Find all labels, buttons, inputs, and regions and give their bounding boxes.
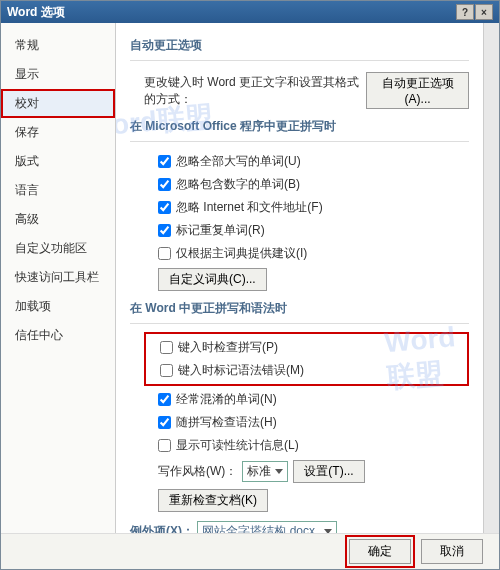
section-except-header: 例外项(X)： 网站金字塔结构.docx bbox=[130, 515, 469, 533]
dialog-body: 常规 显示 校对 保存 版式 语言 高级 自定义功能区 快速访问工具栏 加载项 … bbox=[1, 23, 499, 533]
chk-ignore-uppercase[interactable] bbox=[158, 155, 171, 168]
help-button[interactable]: ? bbox=[456, 4, 474, 20]
sidebar-item-ribbon[interactable]: 自定义功能区 bbox=[1, 234, 115, 263]
sidebar: 常规 显示 校对 保存 版式 语言 高级 自定义功能区 快速访问工具栏 加载项 … bbox=[1, 23, 116, 533]
writing-style-label: 写作风格(W)： bbox=[158, 463, 237, 480]
dialog-title: Word 选项 bbox=[7, 4, 65, 21]
titlebar: Word 选项 ? × bbox=[1, 1, 499, 23]
sidebar-item-language[interactable]: 语言 bbox=[1, 176, 115, 205]
chk-check-spelling-typing[interactable] bbox=[160, 341, 173, 354]
section-word-header: 在 Word 中更正拼写和语法时 bbox=[130, 294, 469, 324]
office-options: 忽略全部大写的单词(U) 忽略包含数字的单词(B) 忽略 Internet 和文… bbox=[130, 150, 469, 294]
chk-confused-words[interactable] bbox=[158, 393, 171, 406]
sidebar-item-general[interactable]: 常规 bbox=[1, 31, 115, 60]
sidebar-item-trust[interactable]: 信任中心 bbox=[1, 321, 115, 350]
section-office-header: 在 Microsoft Office 程序中更正拼写时 bbox=[130, 112, 469, 142]
chk-ignore-numbers[interactable] bbox=[158, 178, 171, 191]
chk-grammar-with-spelling[interactable] bbox=[158, 416, 171, 429]
chk-mark-grammar-typing[interactable] bbox=[160, 364, 173, 377]
highlighted-options: 键入时检查拼写(P) 键入时标记语法错误(M) bbox=[144, 332, 469, 386]
sidebar-item-proofing[interactable]: 校对 bbox=[1, 89, 115, 118]
titlebar-buttons: ? × bbox=[456, 4, 493, 20]
except-doc-combo[interactable]: 网站金字塔结构.docx bbox=[197, 521, 337, 533]
sidebar-item-qat[interactable]: 快速访问工具栏 bbox=[1, 263, 115, 292]
word-options-dialog: Word 选项 ? × 常规 显示 校对 保存 版式 语言 高级 自定义功能区 … bbox=[0, 0, 500, 570]
autocorrect-row: 更改键入时 Word 更正文字和设置其格式的方式： 自动更正选项(A)... bbox=[130, 69, 469, 112]
sidebar-item-advanced[interactable]: 高级 bbox=[1, 205, 115, 234]
dialog-footer: 确定 取消 bbox=[1, 533, 499, 569]
word-options: 键入时检查拼写(P) 键入时标记语法错误(M) 经常混淆的单词(N) 随拼写检查… bbox=[130, 332, 469, 515]
writing-style-combo[interactable]: 标准 bbox=[242, 461, 288, 482]
autocorrect-label: 更改键入时 Word 更正文字和设置其格式的方式： bbox=[144, 74, 361, 108]
sidebar-item-save[interactable]: 保存 bbox=[1, 118, 115, 147]
chk-ignore-internet[interactable] bbox=[158, 201, 171, 214]
chk-flag-repeated[interactable] bbox=[158, 224, 171, 237]
chk-main-dict-only[interactable] bbox=[158, 247, 171, 260]
sidebar-item-addins[interactable]: 加载项 bbox=[1, 292, 115, 321]
sidebar-item-display[interactable]: 显示 bbox=[1, 60, 115, 89]
sidebar-item-layout[interactable]: 版式 bbox=[1, 147, 115, 176]
section-autocorrect-header: 自动更正选项 bbox=[130, 31, 469, 61]
close-button[interactable]: × bbox=[475, 4, 493, 20]
cancel-button[interactable]: 取消 bbox=[421, 539, 483, 564]
scrollbar[interactable] bbox=[483, 23, 499, 533]
content-pane: Word联盟 Word联盟 自动更正选项 更改键入时 Word 更正文字和设置其… bbox=[116, 23, 483, 533]
ok-button[interactable]: 确定 bbox=[349, 539, 411, 564]
chk-readability-stats[interactable] bbox=[158, 439, 171, 452]
settings-button[interactable]: 设置(T)... bbox=[293, 460, 364, 483]
custom-dict-button[interactable]: 自定义词典(C)... bbox=[158, 268, 267, 291]
recheck-doc-button[interactable]: 重新检查文档(K) bbox=[158, 489, 268, 512]
autocorrect-options-button[interactable]: 自动更正选项(A)... bbox=[366, 72, 469, 109]
